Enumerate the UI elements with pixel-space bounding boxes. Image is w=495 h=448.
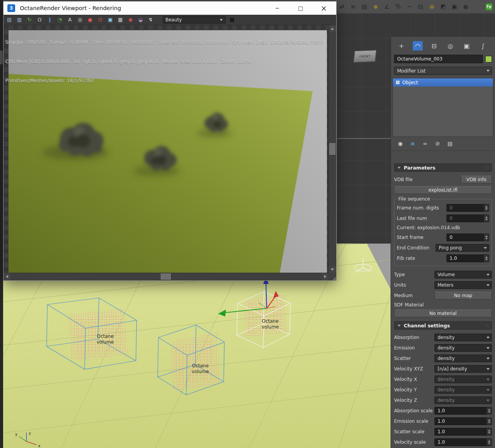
rollout-grip-icon[interactable]: ∷ bbox=[486, 323, 488, 328]
percent-snap-icon[interactable]: % bbox=[395, 3, 401, 10]
stack-item-object[interactable]: Object bbox=[393, 78, 493, 86]
spinner-arrows-icon[interactable] bbox=[486, 407, 492, 414]
horizontal-scrollbar[interactable] bbox=[4, 273, 328, 280]
last-file-num-spinner[interactable]: 0 bbox=[446, 214, 489, 222]
units-dropdown[interactable]: Meters bbox=[434, 281, 492, 289]
pb-rate-spinner[interactable]: 1.0 bbox=[446, 254, 489, 262]
scatter-label: Scatter bbox=[394, 356, 411, 361]
scatter-dropdown[interactable]: density bbox=[434, 355, 492, 362]
emission-dropdown[interactable]: density bbox=[434, 344, 492, 352]
pause-icon[interactable]: ∥ bbox=[46, 16, 53, 23]
configure-modifier-sets-icon[interactable]: ▤ bbox=[446, 140, 454, 147]
render-setup-icon[interactable]: ◩ bbox=[440, 3, 446, 10]
type-dropdown[interactable]: Volume bbox=[434, 271, 492, 278]
emission-scale-spinner[interactable]: 1.0 bbox=[434, 417, 492, 425]
frame-num-digits-spinner[interactable]: 0 bbox=[446, 204, 489, 212]
record-icon[interactable]: ● bbox=[87, 16, 94, 23]
velocity-y-dropdown[interactable]: density bbox=[434, 386, 492, 394]
start-frame-spinner[interactable]: 0 bbox=[446, 234, 489, 241]
lock-resolution-icon[interactable]: Ω bbox=[36, 16, 43, 23]
utilities-tab[interactable]: ∫ bbox=[478, 41, 488, 50]
sdf-material-button[interactable]: No material bbox=[394, 310, 492, 317]
create-tab[interactable]: + bbox=[396, 41, 406, 50]
align-icon[interactable]: ≡ bbox=[350, 3, 356, 10]
vdb-file-button[interactable]: explosList.ifl bbox=[394, 186, 492, 194]
make-unique-icon[interactable]: ∞ bbox=[421, 140, 429, 147]
resize-grip-icon[interactable]: ◢ bbox=[328, 273, 336, 280]
spinner-arrows-icon[interactable] bbox=[486, 418, 492, 425]
medium-button[interactable]: No map bbox=[434, 292, 492, 299]
restart-timer-icon[interactable]: ◔ bbox=[56, 16, 63, 23]
region-render-icon[interactable]: ⊡ bbox=[97, 16, 104, 23]
spinner-arrows-icon[interactable] bbox=[484, 215, 489, 222]
velocity-scale-spinner[interactable]: 1.0 bbox=[434, 438, 492, 446]
velocity-x-dropdown[interactable]: density bbox=[434, 375, 492, 383]
material-editor-icon[interactable]: ◉ bbox=[429, 3, 435, 10]
remove-modifier-icon[interactable]: ⊘ bbox=[434, 140, 441, 147]
minimize-button[interactable]: ─ bbox=[272, 5, 283, 11]
clay-mode-icon[interactable]: ◒ bbox=[137, 16, 144, 23]
print-icon[interactable]: ▦ bbox=[117, 16, 124, 23]
velocity-scale-label: Velocity scale bbox=[394, 439, 426, 445]
render-production-icon[interactable]: ● bbox=[462, 3, 469, 10]
hierarchy-tab[interactable]: ⊟ bbox=[429, 41, 439, 50]
scatter-scale-spinner[interactable]: 1.0 bbox=[434, 428, 492, 436]
end-condition-dropdown[interactable]: Ping pong bbox=[436, 244, 489, 252]
picker-icon[interactable]: ◎ bbox=[76, 16, 83, 23]
volume-label-2: Octane volume bbox=[189, 363, 212, 375]
rollout-grip-icon[interactable]: ∷ bbox=[486, 166, 488, 170]
render-viewport[interactable]: Smp/px: 500/500. Samp/s: 0.000M. Time: 0… bbox=[4, 25, 328, 273]
front-object[interactable]: FRONT bbox=[353, 50, 376, 62]
rendered-frame-icon[interactable]: ▣ bbox=[451, 3, 458, 10]
render-pass-dropdown[interactable]: Beauty bbox=[163, 16, 226, 24]
display-icon[interactable]: ▣ bbox=[107, 16, 114, 23]
velocity-xyz-dropdown[interactable]: [n/a] density bbox=[434, 365, 492, 373]
flash-icon[interactable]: ↯ bbox=[147, 16, 154, 23]
scroll-up-icon[interactable] bbox=[329, 25, 336, 32]
dock-tab-handle[interactable] bbox=[0, 50, 3, 64]
expand-viewport-icon[interactable]: ⊠ bbox=[229, 16, 236, 23]
copy-icon[interactable]: ▥ bbox=[16, 16, 23, 23]
scroll-right-icon[interactable] bbox=[322, 273, 328, 280]
snap-toggle-icon[interactable]: ◆ bbox=[372, 3, 379, 10]
curve-editor-icon[interactable]: ∼ bbox=[406, 3, 413, 10]
motion-tab[interactable]: ◎ bbox=[445, 41, 455, 50]
vdb-info-button[interactable]: VDB info bbox=[461, 176, 492, 183]
vertical-scrollbar[interactable] bbox=[328, 25, 336, 273]
spinner-arrows-icon[interactable] bbox=[486, 428, 492, 435]
export-icon[interactable]: ▤ bbox=[6, 16, 13, 23]
object-color-swatch[interactable] bbox=[485, 56, 492, 62]
window-titlebar[interactable]: 3 OctaneRender Viewport - Rendering ─ □ … bbox=[3, 2, 336, 15]
parameters-rollout-header[interactable]: Parameters ∷ bbox=[394, 163, 492, 172]
fp-plugin-icon[interactable]: Fp bbox=[485, 3, 493, 10]
channel-settings-rollout-header[interactable]: Channel settings ∷ bbox=[394, 321, 492, 330]
pin-stack-icon[interactable]: ◉ bbox=[396, 140, 404, 147]
modify-tab[interactable]: ◠ bbox=[413, 41, 423, 50]
camera-icon[interactable]: ◉ bbox=[127, 16, 134, 23]
angle-snap-icon[interactable]: ∠ bbox=[384, 3, 390, 10]
velocity-z-dropdown[interactable]: density bbox=[434, 396, 492, 404]
absorption-dropdown[interactable]: density bbox=[434, 334, 492, 341]
scroll-left-icon[interactable] bbox=[4, 273, 10, 280]
schematic-view-icon[interactable]: ⊟ bbox=[417, 3, 424, 10]
show-end-result-icon[interactable]: ≡ bbox=[409, 140, 417, 147]
mirror-icon[interactable]: ⇄ bbox=[339, 3, 345, 10]
spinner-arrows-icon[interactable] bbox=[484, 204, 489, 211]
display-tab[interactable]: ▣ bbox=[462, 41, 472, 50]
maximize-button[interactable]: □ bbox=[295, 5, 306, 11]
close-button[interactable]: × bbox=[318, 4, 329, 12]
font-overlay-icon[interactable]: A bbox=[66, 16, 73, 23]
layer-manager-icon[interactable]: ▤ bbox=[361, 3, 368, 10]
modifier-stack[interactable]: Object bbox=[393, 78, 493, 137]
absorption-scale-spinner[interactable]: 1.0 bbox=[434, 407, 492, 415]
horizontal-scrollbar-thumb[interactable] bbox=[161, 273, 171, 280]
object-name-input[interactable] bbox=[394, 55, 483, 63]
spinner-arrows-icon[interactable] bbox=[484, 255, 489, 262]
scroll-down-icon[interactable] bbox=[329, 266, 336, 273]
refresh-icon[interactable]: ↻ bbox=[26, 16, 33, 23]
spinner-arrows-icon[interactable] bbox=[484, 234, 489, 241]
modifier-list-dropdown[interactable]: Modifier List bbox=[394, 67, 492, 75]
spinner-arrows-icon[interactable] bbox=[486, 439, 492, 446]
vertical-scrollbar-thumb[interactable] bbox=[329, 143, 335, 155]
chevron-down-icon bbox=[486, 379, 490, 381]
